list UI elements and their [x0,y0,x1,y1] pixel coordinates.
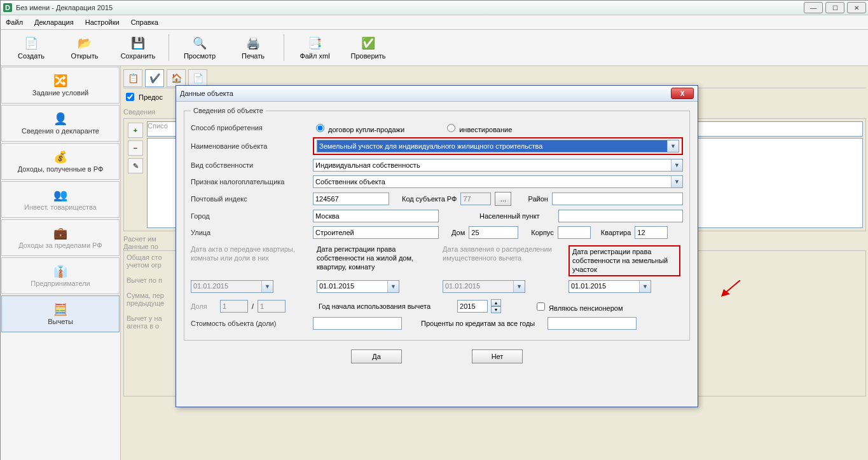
tab-social-icon[interactable]: 📋 [123,69,142,87]
maximize-button[interactable]: ☐ [825,2,844,13]
radio-invest-label[interactable]: инвестирование [444,122,512,133]
date-reg-land-picker[interactable]: 01.01.2015▼ [568,280,651,293]
label-year-start: Год начала использования вычета [319,302,431,310]
building-input[interactable] [558,226,591,239]
cancel-button[interactable]: Нет [472,349,523,363]
tool-save[interactable]: 💾Сохранить [113,34,163,62]
pensioner-checkbox[interactable] [537,302,545,311]
label-street: Улица [191,229,309,236]
date-statement-picker[interactable]: 01.01.2015▼ [443,280,525,293]
object-name-combo[interactable]: Земельный участок для индивидуального жи… [317,140,679,152]
chevron-down-icon: ▼ [513,281,525,292]
label-flat: Квартира [601,229,631,236]
label-building: Корпус [531,229,553,236]
menu-help[interactable]: Справка [131,18,158,26]
sidebar-item-income-abroad[interactable]: 💼Доходы за пределами РФ [1,219,120,256]
label-house: Дом [451,229,465,236]
object-data-dialog: Данные объекта X Сведения об объекте Спо… [176,85,698,407]
app-window: D Без имени - Декларация 2015 — ☐ ✕ Файл… [0,0,868,460]
tab-doc-icon[interactable]: 📄 [188,69,207,87]
radio-buy[interactable] [316,124,324,132]
chevron-down-icon: ▼ [671,159,682,171]
label-settlement: Населенный пункт [479,212,555,220]
label-taxpayer: Признак налогоплательщика [191,178,309,186]
tool-xml[interactable]: 📑Файл xml [289,34,340,62]
object-name-highlight: Земельный участок для индивидуального жи… [313,137,683,155]
label-region-code: Код субъекта РФ [402,195,457,203]
provide-checkbox[interactable] [126,93,134,101]
district-input[interactable] [552,193,683,205]
share-den-input[interactable] [258,300,286,313]
sidebar-item-declarant[interactable]: 👤Сведения о декларанте [1,105,120,142]
share-num-input[interactable] [220,300,248,313]
tool-create[interactable]: 📄Создать [6,34,57,62]
year-start-input[interactable] [457,300,488,313]
sidebar-item-deductions[interactable]: 🧮Вычеты [1,295,120,332]
dialog-close-button[interactable]: X [671,88,694,99]
interest-input[interactable] [548,317,637,330]
edit-object-button[interactable]: ✎ [128,158,143,173]
xml-file-icon: 📑 [307,36,322,51]
date-reg-house-picker[interactable]: 01.01.2015▼ [317,280,399,293]
label-share: Доля [191,302,216,310]
taxpayer-combo[interactable]: Собственник объекта ▼ [313,175,683,188]
fieldset-legend: Сведения об объекте [191,107,266,114]
label-date-reg-house: Дата регистрации права собственности на … [317,245,429,276]
chevron-down-icon: ▼ [639,281,651,292]
tool-preview[interactable]: 🔍Просмотр [174,34,225,62]
ownership-combo[interactable]: Индивидуальная собственность ▼ [313,159,683,172]
cost-input[interactable] [313,317,402,330]
year-spinner[interactable]: ▲▼ [491,299,501,313]
tool-open[interactable]: 📂Открыть [59,34,110,62]
check-icon: ✅ [361,36,376,51]
sidebar-item-invest[interactable]: 👥Инвест. товарищества [1,181,120,218]
coins-icon: 💰 [52,150,69,164]
remove-object-button[interactable]: − [128,140,143,156]
label-date-reg-land: Дата регистрации права собственности на … [572,248,668,273]
close-button[interactable]: ✕ [847,2,866,13]
dialog-title-bar: Данные объекта X [176,86,698,102]
app-icon: D [3,3,12,12]
preview-icon: 🔍 [192,36,207,51]
region-picker-button[interactable]: ... [495,192,511,206]
radio-buy-label[interactable]: договор купли-продажи [313,122,404,133]
region-code-input[interactable] [460,193,491,205]
provide-checkbox-label: Предос [139,93,163,101]
postcode-input[interactable] [313,193,389,205]
sidebar-item-entrepreneurs[interactable]: 👔Предприниматели [1,257,120,294]
date-reg-land-highlight: Дата регистрации права собственности на … [568,245,680,276]
city-input[interactable] [313,210,439,222]
ok-button[interactable]: Да [351,349,402,363]
label-ownership: Вид собственности [191,161,309,169]
add-object-button[interactable]: + [128,123,143,138]
menu-settings[interactable]: Настройки [85,18,120,26]
window-title: Без имени - Декларация 2015 [16,4,113,11]
label-postcode: Почтовый индекс [191,195,309,203]
settlement-input[interactable] [558,210,683,222]
label-date-reg-land-wrap: Дата регистрации права собственности на … [568,245,680,276]
sidebar-item-income-rf[interactable]: 💰Доходы, полученные в РФ [1,143,120,180]
menu-file[interactable]: Файл [6,18,23,26]
pensioner-checkbox-label[interactable]: Являюсь пенсионером [534,301,623,313]
calculator-icon: 🧮 [52,302,69,316]
radio-invest[interactable] [447,124,455,132]
flat-input[interactable] [635,226,668,239]
chevron-down-icon: ▼ [261,281,273,292]
label-date-act: Дата акта о передаче квартиры, комнаты и… [191,245,303,276]
menu-declaration[interactable]: Декларация [34,18,74,26]
sidebar-item-conditions[interactable]: 🔀Задание условий [1,67,120,104]
street-input[interactable] [313,226,439,239]
person-card-icon: 👤 [52,112,69,126]
tab-house-icon[interactable]: 🏠 [167,69,186,87]
house-input[interactable] [469,226,518,239]
tool-check[interactable]: ✅Проверить [343,34,394,62]
money-bag-icon: 💼 [52,226,69,240]
tab-property-icon[interactable]: ✔️ [145,69,164,87]
spin-down-icon: ▼ [491,306,501,313]
date-act-picker[interactable]: 01.01.2015▼ [191,280,273,293]
tool-print[interactable]: 🖨️Печать [228,34,279,62]
minimize-button[interactable]: — [804,2,823,13]
label-acq-method: Способ приобретения [191,124,309,132]
open-folder-icon: 📂 [77,36,92,51]
chevron-down-icon: ▼ [671,176,682,187]
